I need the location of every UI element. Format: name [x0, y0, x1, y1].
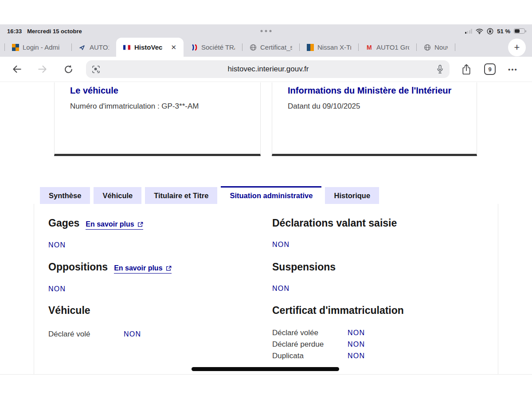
tab-title: Login - Admi	[23, 43, 59, 51]
row-value: NON	[124, 329, 141, 340]
status-bar: 16:33 Mercredi 15 octobre 51 %	[0, 24, 532, 38]
section-declarations-saisie: Déclarations valant saisie NON	[272, 217, 397, 249]
section-vehicule: Véhicule Déclaré volé NON	[48, 305, 141, 340]
status-date: Mercredi 15 octobre	[27, 28, 82, 35]
row-value: NON	[348, 339, 365, 350]
row-value: NON	[348, 350, 365, 362]
back-button[interactable]	[10, 62, 24, 76]
browser-tab-certificat[interactable]: Certificat_si	[243, 38, 299, 57]
lens-icon[interactable]	[91, 65, 101, 74]
tab-title: AUTO1	[90, 43, 109, 51]
table-row: Déclaré volé NON	[48, 329, 141, 340]
vehicule-section-title: Véhicule	[48, 305, 90, 317]
gmail-icon: M	[366, 44, 373, 51]
vehicle-card: Le véhicule Numéro d'immatriculation : G…	[54, 82, 261, 156]
forward-button[interactable]	[35, 62, 50, 76]
ipad-screen: 16:33 Mercredi 15 octobre 51 %	[0, 0, 532, 399]
globe-icon	[250, 44, 257, 51]
declarations-title: Déclarations valant saisie	[272, 217, 397, 229]
oppositions-learn-more-link[interactable]: En savoir plus	[114, 264, 171, 274]
ministry-info-card: Informations du Ministère de l'Intérieur…	[272, 82, 477, 156]
gages-learn-more-link[interactable]: En savoir plus	[86, 220, 143, 230]
report-tabs: Synthèse Véhicule Titulaire et Titre Sit…	[40, 186, 379, 204]
address-bar[interactable]: histovec.interieur.gouv.fr	[86, 60, 450, 78]
browser-tab-societe[interactable]: Société TRA	[184, 38, 242, 57]
url-text[interactable]: histovec.interieur.gouv.fr	[101, 65, 436, 74]
close-tab-icon[interactable]: ✕	[171, 43, 176, 51]
table-row: Duplicata NON	[272, 350, 404, 362]
nissan-favicon	[307, 44, 314, 51]
declarations-value: NON	[272, 241, 397, 249]
tab-vehicule[interactable]: Véhicule	[94, 187, 141, 204]
web-page-content: Le véhicule Numéro d'immatriculation : G…	[0, 82, 532, 399]
section-gages: Gages En savoir plus NON	[48, 217, 143, 249]
row-label: Déclaré volé	[48, 329, 124, 340]
oppositions-value: NON	[48, 285, 172, 293]
auto1-admin-favicon	[12, 44, 19, 51]
tab-titulaire-et-titre[interactable]: Titulaire et Titre	[145, 187, 217, 204]
browser-tab-strip: Login - Admi AUTO1 HistoVec ✕ Société TR…	[0, 38, 532, 57]
tab-divider	[455, 43, 455, 51]
vehicle-card-title: Le véhicule	[70, 84, 245, 97]
battery-icon	[514, 28, 525, 34]
certificat-section-title: Certificat d'immatriculation	[272, 305, 404, 317]
row-label: Déclaré volée	[272, 327, 348, 339]
tab-title: Société TRA	[201, 43, 235, 51]
gages-value: NON	[48, 241, 143, 249]
section-certificat: Certificat d'immatriculation Déclaré vol…	[272, 305, 404, 362]
browser-tab-nissan[interactable]: Nissan X-Tra	[300, 38, 358, 57]
tab-historique[interactable]: Historique	[325, 187, 379, 204]
situation-administrative-panel: Gages En savoir plus NON Déclarations va…	[34, 204, 498, 374]
browser-toolbar: histovec.interieur.gouv.fr 9 •••	[0, 57, 532, 82]
learn-more-label: En savoir plus	[114, 264, 162, 272]
registration-number: Numéro d'immatriculation : GP-3**-AM	[70, 102, 245, 111]
battery-percent: 51 %	[497, 28, 510, 35]
toolbar-right: 9 •••	[461, 63, 518, 75]
external-link-icon	[166, 266, 172, 271]
table-row: Déclaré volée NON	[272, 327, 404, 339]
content-bottom-divider	[0, 374, 532, 375]
browser-tab-auto1[interactable]: AUTO1	[72, 38, 116, 57]
rotation-lock-icon	[487, 28, 493, 35]
status-left: 16:33 Mercredi 15 octobre	[7, 28, 82, 35]
cellular-signal-icon	[465, 29, 473, 34]
french-flag-favicon	[123, 44, 130, 51]
clock: 16:33	[7, 28, 22, 35]
microphone-icon[interactable]	[436, 64, 444, 74]
row-label: Duplicata	[272, 350, 348, 362]
overflow-menu-button[interactable]: •••	[508, 66, 518, 73]
status-right: 51 %	[465, 28, 525, 35]
section-oppositions: Oppositions En savoir plus NON	[48, 261, 172, 293]
tab-title: Nouve	[434, 43, 448, 51]
tab-switcher-button[interactable]: 9	[484, 63, 496, 75]
tab-synthese[interactable]: Synthèse	[40, 187, 90, 204]
learn-more-label: En savoir plus	[86, 220, 134, 228]
suspensions-value: NON	[272, 285, 336, 293]
table-row: Déclaré perdue NON	[272, 339, 404, 350]
row-label: Déclaré perdue	[272, 339, 348, 350]
share-icon[interactable]	[461, 63, 472, 75]
multitask-indicator-icon	[261, 30, 272, 32]
tab-title: HistoVec	[134, 43, 162, 51]
browser-tab-histovec-active[interactable]: HistoVec ✕	[116, 38, 184, 57]
browser-tab-login[interactable]: Login - Admi	[5, 38, 71, 57]
section-suspensions: Suspensions NON	[272, 261, 336, 293]
suspensions-title: Suspensions	[272, 261, 336, 273]
gages-title: Gages	[48, 217, 79, 229]
tab-situation-administrative[interactable]: Situation administrative	[221, 186, 321, 204]
browser-tab-nouve[interactable]: Nouve	[417, 38, 455, 57]
reload-button[interactable]	[61, 62, 75, 76]
tab-title: AUTO1 Grou	[376, 43, 409, 51]
browser-tab-gmail[interactable]: M AUTO1 Grou	[359, 38, 416, 57]
republique-favicon	[191, 44, 198, 51]
home-indicator[interactable]	[192, 367, 339, 371]
tab-title: Certificat_si	[260, 43, 292, 51]
oppositions-title: Oppositions	[48, 261, 108, 273]
new-tab-button[interactable]: +	[508, 39, 526, 56]
tab-title: Nissan X-Tra	[317, 43, 351, 51]
ministry-card-date: Datant du 09/10/2025	[288, 102, 461, 111]
wifi-icon	[476, 28, 483, 34]
globe-icon	[424, 44, 431, 51]
auto1-arrow-favicon	[79, 44, 86, 51]
row-value: NON	[348, 327, 365, 339]
